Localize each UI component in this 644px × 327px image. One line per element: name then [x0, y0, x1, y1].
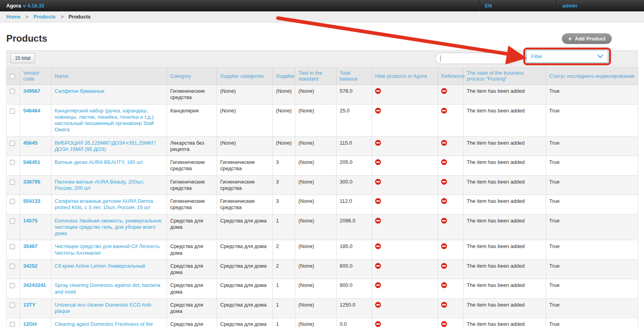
- category-cell: Гигиенические средства: [167, 85, 217, 105]
- column-header[interactable]: Vendor code: [20, 67, 52, 85]
- product-name-link[interactable]: Канцелярский набор (ручка, карандаш, нож…: [55, 108, 154, 133]
- row-checkbox[interactable]: [10, 219, 15, 224]
- language-menu[interactable]: EN: [479, 0, 556, 11]
- select-all-checkbox[interactable]: [10, 74, 15, 79]
- product-name-link[interactable]: ВИБРОЦИЛ 35,125МКГ/ДОЗА+351,25МКГ/ДОЗА 1…: [55, 140, 156, 152]
- product-name-link[interactable]: Cleaning agent Domestos Freshness of the…: [55, 321, 153, 327]
- supplier-cell: 2: [273, 259, 295, 279]
- row-checkbox[interactable]: [10, 264, 15, 269]
- column-header[interactable]: Reference: [438, 67, 464, 85]
- top-navigation-bar: Agorav 4.16.32 EN admin: [0, 0, 644, 11]
- vendor-code-link[interactable]: 546451: [23, 159, 40, 165]
- minus-circle-icon: [375, 263, 381, 269]
- minus-circle-icon: [441, 218, 447, 224]
- breadcrumb-products-link[interactable]: Products: [33, 14, 55, 20]
- row-select-cell: [7, 318, 20, 327]
- product-name-cell: Domestos Хвойная свежесть, универсальное…: [52, 214, 167, 240]
- row-checkbox[interactable]: [10, 160, 15, 165]
- indexing-status-cell: True: [546, 195, 638, 215]
- product-name-cell: Чистящее средство для ванной Cif Легкост…: [52, 240, 167, 260]
- row-checkbox[interactable]: [10, 244, 15, 249]
- vendor-code-link[interactable]: 45645: [23, 140, 37, 146]
- filter-button[interactable]: Filter: [526, 50, 608, 63]
- total-count-badge[interactable]: 15 total: [10, 53, 35, 63]
- supplier-categories-cell: Средства для дома: [217, 279, 273, 299]
- vendor-code-link[interactable]: 338795: [23, 179, 40, 185]
- tied-to-standard-cell: (None): [295, 214, 337, 240]
- product-name-link[interactable]: Universal eco cleaner Domestos ECO Anti-…: [55, 302, 153, 314]
- posting-state-cell: The item has been added: [464, 214, 546, 240]
- total-balance-cell: 2096.0: [337, 214, 372, 240]
- vendor-code-link[interactable]: 12GH: [23, 321, 37, 327]
- row-checkbox[interactable]: [10, 141, 15, 146]
- tied-to-standard-cell: (None): [295, 104, 337, 136]
- vendor-code-link[interactable]: 14575: [23, 218, 37, 224]
- indexing-status-cell: True: [546, 214, 638, 240]
- supplier-categories-cell: Средства для дома: [217, 240, 273, 260]
- vendor-code-link[interactable]: 34243241: [23, 282, 46, 288]
- column-header[interactable]: Supplier: [273, 67, 295, 85]
- vendor-code-link[interactable]: 13TY: [23, 302, 35, 308]
- total-balance-cell: 900.0: [337, 279, 372, 299]
- product-name-link[interactable]: Салфетки бумажные: [55, 88, 105, 94]
- supplier-categories-cell: Гигиенические средства: [217, 156, 273, 176]
- topbar-spacer: [51, 0, 479, 11]
- row-checkbox[interactable]: [10, 199, 15, 204]
- row-checkbox[interactable]: [10, 89, 15, 94]
- category-cell: Канцелярия: [167, 104, 217, 136]
- product-name-link[interactable]: Ватные диски AURA BEAUTY, 180 шт: [55, 159, 143, 165]
- search-icon[interactable]: [506, 55, 513, 62]
- search-input[interactable]: [440, 55, 506, 61]
- column-header[interactable]: The state of the business process "Posti…: [464, 67, 546, 85]
- column-header[interactable]: Total balance: [337, 67, 372, 85]
- supplier-categories-cell: Средства для дома: [217, 298, 273, 318]
- product-name-link[interactable]: Салфетки влажные детские AURA Derma prot…: [55, 198, 153, 210]
- row-checkbox[interactable]: [10, 303, 15, 308]
- table-row: 12GHCleaning agent Domestos Freshness of…: [7, 318, 638, 327]
- vendor-code-link[interactable]: 546464: [23, 108, 40, 114]
- app-logo[interactable]: Agorav 4.16.32: [0, 0, 51, 11]
- row-checkbox[interactable]: [10, 180, 15, 185]
- column-header[interactable]: Supplier categories: [217, 67, 273, 85]
- product-name-link[interactable]: Domestos Хвойная свежесть, универсальное…: [55, 218, 162, 237]
- hide-products-cell: [372, 259, 438, 279]
- minus-circle-icon: [375, 198, 381, 204]
- category-cell: Средства для дома: [167, 240, 217, 260]
- column-header[interactable]: Статус последнего индексирования: [546, 67, 638, 85]
- add-product-button[interactable]: + Add Product: [562, 33, 612, 44]
- posting-state-cell: The item has been added: [464, 136, 546, 156]
- breadcrumb-home-link[interactable]: Home: [6, 14, 20, 20]
- row-checkbox[interactable]: [10, 108, 15, 114]
- product-name-link[interactable]: Spray cleaning Domestos against dirt, ba…: [55, 282, 160, 294]
- reference-cell: [438, 156, 464, 176]
- row-checkbox[interactable]: [10, 322, 15, 327]
- product-name-link[interactable]: Палочки ватные AURA Beauty, 200шт, Росси…: [55, 179, 144, 191]
- vendor-code-link[interactable]: 554133: [23, 198, 40, 204]
- supplier-cell: 1: [273, 279, 295, 299]
- tied-to-standard-cell: (None): [295, 240, 337, 260]
- product-name-link[interactable]: Чистящее средство для ванной Cif Легкост…: [55, 243, 160, 255]
- minus-circle-icon: [441, 263, 447, 269]
- column-header[interactable]: Name: [52, 67, 167, 85]
- column-header[interactable]: Hide products in Agora: [372, 67, 438, 85]
- total-balance-cell: 600.0: [337, 259, 372, 279]
- table-header-row: Vendor codeNameCategorySupplier categori…: [7, 67, 638, 85]
- hide-products-cell: [372, 214, 438, 240]
- row-checkbox[interactable]: [10, 283, 15, 288]
- minus-circle-icon: [441, 88, 447, 94]
- column-header[interactable]: Tied to the standard: [295, 67, 337, 85]
- reference-cell: [438, 214, 464, 240]
- hide-products-cell: [372, 175, 438, 195]
- user-menu[interactable]: admin: [556, 0, 644, 11]
- product-name-link[interactable]: Cif крем Active Lemon Универсальный: [55, 263, 145, 269]
- indexing-status-cell: True: [546, 156, 638, 176]
- hide-products-cell: [372, 156, 438, 176]
- vendor-code-link[interactable]: 35467: [23, 243, 37, 249]
- supplier-cell: 3: [273, 175, 295, 195]
- tied-to-standard-cell: (None): [295, 156, 337, 176]
- hide-products-cell: [372, 85, 438, 105]
- supplier-categories-cell: Средства для дома: [217, 318, 273, 327]
- vendor-code-link[interactable]: 349567: [23, 88, 40, 94]
- column-header[interactable]: Category: [167, 67, 217, 85]
- vendor-code-link[interactable]: 34252: [23, 263, 37, 269]
